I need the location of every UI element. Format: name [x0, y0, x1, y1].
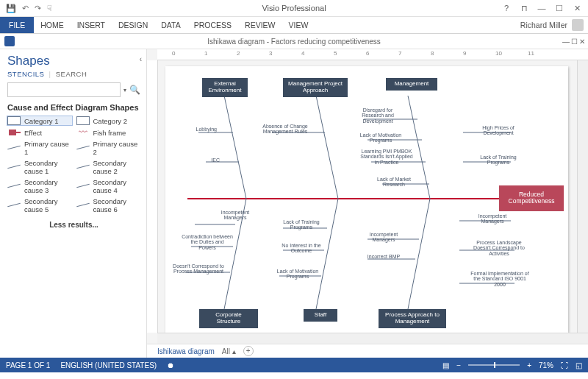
cat-management[interactable]: Management — [386, 78, 437, 91]
doc-minimize-icon[interactable]: — — [562, 38, 570, 46]
help-icon[interactable]: ? — [498, 4, 514, 13]
shape-effect[interactable]: Effect — [7, 128, 72, 137]
fish-icon: 〰 — [76, 128, 90, 137]
shape-grid: Category 1 Category 2 Effect 〰Fish frame… — [7, 116, 140, 213]
redo-icon[interactable]: ↷ — [35, 4, 41, 13]
zoom-slider[interactable] — [468, 364, 520, 366]
cat-staff[interactable]: Staff — [304, 309, 337, 322]
line-icon — [76, 144, 90, 152]
shape-primary-cause-1[interactable]: Primary cause 1 — [7, 140, 72, 156]
sheet-tabs: Ishikawa diagram All ▴ + — [147, 344, 588, 358]
doc-close-icon[interactable]: ✕ — [579, 38, 585, 46]
shape-secondary-cause-2[interactable]: Secondary cause 2 — [76, 159, 141, 175]
close-icon[interactable]: ✕ — [569, 4, 585, 13]
zoom-in-icon[interactable]: + — [527, 361, 531, 369]
line-icon — [7, 163, 21, 171]
shape-secondary-cause-4[interactable]: Secondary cause 4 — [76, 178, 141, 194]
status-page: PAGE 1 OF 1 — [6, 361, 50, 369]
cause-lack-motivation-2[interactable]: Lack of Motivation Programs — [272, 269, 323, 280]
presentation-mode-icon[interactable]: ▤ — [442, 361, 449, 369]
tab-view[interactable]: VIEW — [282, 17, 315, 33]
search-tab[interactable]: SEARCH — [56, 70, 87, 78]
status-language[interactable]: ENGLISH (UNITED STATES) — [60, 361, 157, 369]
add-sheet-icon[interactable]: + — [243, 346, 254, 356]
shape-category-1[interactable]: Category 1 — [7, 116, 72, 125]
tab-data[interactable]: DATA — [154, 17, 187, 33]
scrollbar-vertical[interactable] — [577, 60, 588, 333]
shape-secondary-cause-5[interactable]: Secondary cause 5 — [7, 197, 72, 213]
tab-home[interactable]: HOME — [34, 17, 71, 33]
cause-high-prices[interactable]: High Prices of Development — [473, 125, 524, 136]
user-area[interactable]: Richard Miller — [520, 19, 588, 31]
shapes-heading: Shapes — [7, 54, 140, 68]
cause-contradiction[interactable]: Contradiction between the Duties and Pow… — [182, 234, 233, 250]
cause-incompetent-mgrs[interactable]: Incompetent Managers — [209, 210, 261, 221]
tab-insert[interactable]: INSERT — [71, 17, 112, 33]
document-title-bar: Ishikawa diagram - Factors reducing comp… — [0, 34, 588, 49]
cause-formal-iso[interactable]: Formal Implementation of the Standard IS… — [470, 271, 530, 287]
cause-incompetent-mgrs-3[interactable]: Incompetent Managers — [467, 213, 518, 224]
cause-lack-training[interactable]: Lack of Training Programs — [473, 155, 524, 166]
document-title: Ishikawa diagram - Factors reducing comp… — [207, 38, 381, 46]
cause-lack-training-2[interactable]: Lack of Training Programs — [276, 219, 327, 230]
shape-category-2[interactable]: Category 2 — [76, 116, 141, 125]
cat-management-project-approach[interactable]: Management Project Approach — [283, 78, 348, 97]
cause-incorrect-bmp[interactable]: Incorrect BMP — [358, 254, 409, 259]
cause-absence-change[interactable]: Absence of Change Management Rules — [259, 124, 311, 135]
tab-review[interactable]: REVIEW — [238, 17, 282, 33]
cause-lobbying[interactable]: Lobbying — [187, 127, 217, 132]
cat-process-approach[interactable]: Process Approach to Management — [379, 309, 446, 328]
doc-window-controls: — ☐ ✕ — [562, 38, 588, 46]
sheet-tab-all[interactable]: All ▴ — [222, 347, 236, 355]
cause-lack-market[interactable]: Lack of Market Research — [368, 177, 420, 188]
svg-line-4 — [316, 199, 338, 309]
tab-design[interactable]: DESIGN — [112, 17, 154, 33]
collapse-panel-icon[interactable]: ‹ — [140, 55, 142, 63]
fit-page-icon[interactable]: ⛶ — [561, 361, 568, 369]
save-icon[interactable]: 💾 — [6, 4, 16, 13]
doc-maximize-icon[interactable]: ☐ — [571, 38, 578, 46]
line-icon — [76, 182, 90, 191]
shape-secondary-cause-6[interactable]: Secondary cause 6 — [76, 197, 141, 213]
cause-disregard[interactable]: Disregard for Research and Development — [352, 107, 404, 124]
macro-record-icon[interactable]: ⏺ — [167, 361, 174, 369]
ribbon: FILE HOME INSERT DESIGN DATA PROCESS REV… — [0, 17, 588, 34]
search-dropdown-icon[interactable]: ▾ — [123, 87, 126, 93]
zoom-out-icon[interactable]: − — [456, 361, 461, 369]
tab-process[interactable]: PROCESS — [187, 17, 238, 33]
cat-corporate-structure[interactable]: Corporate Structure — [199, 309, 258, 328]
cause-no-interest[interactable]: No Interest in the Outcome — [276, 243, 327, 254]
scrollbar-horizontal[interactable] — [157, 333, 588, 344]
cause-iec[interactable]: IEC — [198, 157, 220, 163]
shape-secondary-cause-1[interactable]: Secondary cause 1 — [7, 159, 72, 175]
shape-secondary-cause-3[interactable]: Secondary cause 3 — [7, 178, 72, 194]
shapes-panel: ‹ Shapes STENCILS | SEARCH ▾ 🔍 Cause and… — [0, 49, 147, 358]
zoom-level[interactable]: 71% — [539, 361, 553, 369]
maximize-icon[interactable]: ☐ — [551, 4, 567, 13]
cause-not-process[interactable]: Doesn't Correspond to Process Management — [173, 263, 224, 274]
sheet-tab-active[interactable]: Ishikawa diagram — [157, 347, 215, 355]
shape-fish-frame[interactable]: 〰Fish frame — [76, 128, 141, 137]
app-title: Visio Professional — [262, 4, 326, 13]
ribbon-display-icon[interactable]: ⊓ — [516, 4, 532, 13]
stencils-tab[interactable]: STENCILS — [7, 70, 44, 78]
drawing-canvas[interactable]: External Environment Management Project … — [158, 60, 577, 333]
touch-mode-icon[interactable]: ☟ — [47, 4, 52, 13]
svg-line-5 — [408, 199, 430, 309]
cat-external-environment[interactable]: External Environment — [202, 78, 248, 97]
undo-icon[interactable]: ↶ — [22, 4, 29, 13]
shapes-tabs: STENCILS | SEARCH — [7, 70, 140, 78]
ruler-vertical — [147, 60, 158, 333]
shape-primary-cause-2[interactable]: Primary cause 2 — [76, 140, 141, 156]
effect-box[interactable]: Reduced Competitiveness — [499, 185, 564, 211]
tab-file[interactable]: FILE — [0, 17, 34, 33]
pan-zoom-icon[interactable]: ◱ — [576, 361, 582, 369]
less-results-link[interactable]: Less results... — [7, 221, 140, 229]
minimize-icon[interactable]: — — [534, 4, 550, 13]
search-input[interactable] — [7, 82, 121, 97]
search-icon[interactable]: 🔍 — [129, 85, 140, 95]
cause-lack-motivation[interactable]: Lack of Motivation Programs — [355, 132, 406, 144]
cause-process-landscape[interactable]: Process Landscape Doesn't Correspond to … — [470, 240, 528, 256]
cause-learning-pmbok[interactable]: Learning PMI PMBOK Standards Isn't Appli… — [358, 149, 415, 165]
cause-incompetent-mgrs-2[interactable]: Incompetent Managers — [358, 232, 409, 243]
